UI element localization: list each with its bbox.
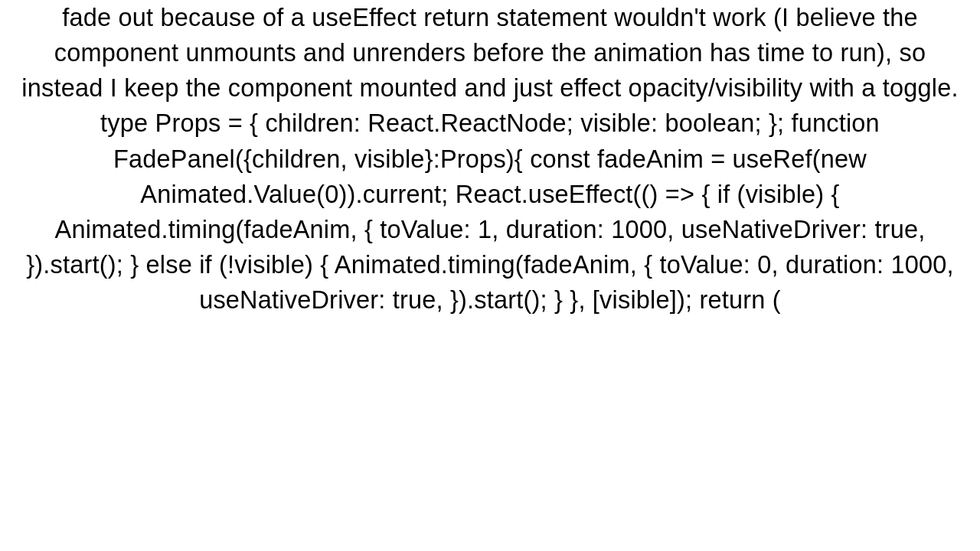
document-body: fade out because of a useEffect return s… — [0, 0, 980, 551]
paragraph-text: fade out because of a useEffect return s… — [21, 4, 958, 314]
